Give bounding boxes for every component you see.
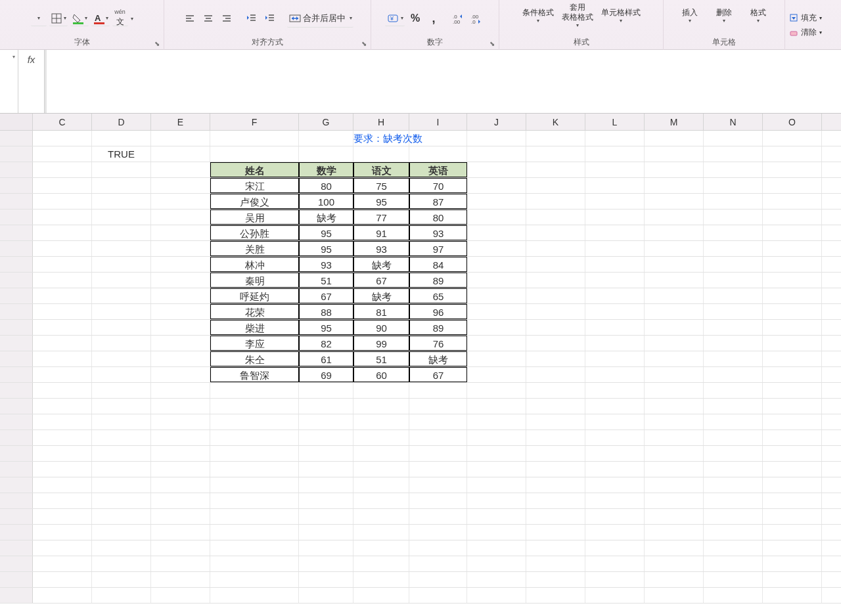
cell[interactable] xyxy=(409,131,467,146)
cell[interactable] xyxy=(467,304,526,319)
cell[interactable] xyxy=(645,572,704,587)
cell[interactable] xyxy=(33,178,92,193)
align-center-button[interactable] xyxy=(200,10,216,27)
cell[interactable]: 89 xyxy=(409,273,467,288)
cell[interactable] xyxy=(704,351,763,366)
cell[interactable] xyxy=(299,509,353,524)
cell[interactable] xyxy=(704,162,763,177)
cell[interactable] xyxy=(151,430,210,445)
col-header[interactable]: G xyxy=(299,114,353,130)
cell[interactable] xyxy=(92,351,151,366)
cell[interactable] xyxy=(763,351,822,366)
cell-styles-button[interactable]: 单元格样式▾ xyxy=(599,0,643,32)
cell[interactable] xyxy=(409,509,467,524)
cell[interactable] xyxy=(645,367,704,382)
cell[interactable] xyxy=(467,336,526,351)
cell[interactable] xyxy=(299,588,353,603)
cell[interactable] xyxy=(585,131,645,146)
cell[interactable]: 语文 xyxy=(353,162,409,177)
cell[interactable] xyxy=(151,493,210,508)
cell[interactable] xyxy=(151,257,210,272)
row-header[interactable] xyxy=(0,225,33,240)
cell[interactable] xyxy=(763,131,822,146)
cell[interactable] xyxy=(151,446,210,461)
cell[interactable] xyxy=(526,273,585,288)
cell[interactable] xyxy=(353,446,409,461)
cell[interactable] xyxy=(585,477,645,493)
cell[interactable] xyxy=(763,556,822,571)
cell[interactable] xyxy=(409,399,467,414)
cell[interactable] xyxy=(585,320,645,335)
indent-increase-button[interactable] xyxy=(262,10,278,27)
cell[interactable] xyxy=(299,477,353,493)
cell[interactable]: 67 xyxy=(353,273,409,288)
cell[interactable] xyxy=(33,146,92,162)
cell[interactable] xyxy=(763,241,822,256)
cell[interactable]: 缺考 xyxy=(409,351,467,366)
cell[interactable] xyxy=(467,146,526,162)
cell[interactable] xyxy=(467,257,526,272)
cell[interactable] xyxy=(151,162,210,177)
cell[interactable] xyxy=(526,351,585,366)
cell[interactable] xyxy=(585,509,645,524)
cell[interactable] xyxy=(467,446,526,461)
cell[interactable] xyxy=(645,493,704,508)
dialog-launcher-icon[interactable]: ⬊ xyxy=(360,39,368,47)
cell[interactable] xyxy=(585,225,645,240)
cell[interactable]: 99 xyxy=(353,336,409,351)
row-header[interactable] xyxy=(0,194,33,209)
col-header[interactable]: L xyxy=(585,114,645,130)
col-header[interactable]: H xyxy=(353,114,409,130)
cell[interactable] xyxy=(353,462,409,477)
cell[interactable] xyxy=(763,430,822,445)
cell[interactable] xyxy=(92,162,151,177)
row-header[interactable] xyxy=(0,572,33,587)
cell[interactable] xyxy=(33,194,92,209)
cell[interactable] xyxy=(763,336,822,351)
cell[interactable] xyxy=(526,288,585,303)
col-header[interactable]: F xyxy=(210,114,299,130)
cell[interactable] xyxy=(299,446,353,461)
cell[interactable] xyxy=(585,430,645,445)
dialog-launcher-icon[interactable]: ⬊ xyxy=(488,39,496,47)
cell[interactable]: 要求：缺考次数 xyxy=(353,131,409,146)
cell[interactable] xyxy=(299,131,353,146)
cell[interactable] xyxy=(467,430,526,445)
cell[interactable] xyxy=(33,336,92,351)
merge-center-button[interactable]: 合并后居中 ▾ xyxy=(287,9,353,28)
cell[interactable] xyxy=(210,462,299,477)
cell[interactable] xyxy=(92,178,151,193)
cell[interactable] xyxy=(210,525,299,540)
row-header[interactable] xyxy=(0,399,33,414)
cell[interactable] xyxy=(704,320,763,335)
cell[interactable] xyxy=(210,131,299,146)
row-header[interactable] xyxy=(0,146,33,162)
cell[interactable] xyxy=(92,414,151,429)
cell[interactable] xyxy=(151,383,210,398)
cell[interactable] xyxy=(151,146,210,162)
cell[interactable] xyxy=(704,588,763,603)
cell[interactable] xyxy=(645,194,704,209)
cell[interactable] xyxy=(763,383,822,398)
cell[interactable] xyxy=(526,383,585,398)
cell[interactable] xyxy=(210,493,299,508)
cell[interactable] xyxy=(151,131,210,146)
cell[interactable] xyxy=(585,257,645,272)
cell[interactable]: TRUE xyxy=(92,146,151,162)
cell[interactable] xyxy=(763,194,822,209)
cell[interactable] xyxy=(467,414,526,429)
cell[interactable] xyxy=(409,414,467,429)
cell[interactable] xyxy=(763,273,822,288)
cell[interactable]: 82 xyxy=(299,336,353,351)
cell[interactable] xyxy=(92,194,151,209)
cell[interactable] xyxy=(585,273,645,288)
cell[interactable] xyxy=(33,257,92,272)
row-header[interactable] xyxy=(0,162,33,177)
cell[interactable] xyxy=(467,209,526,225)
cell[interactable] xyxy=(33,367,92,382)
cell[interactable] xyxy=(92,588,151,603)
dropdown-generic[interactable]: ▾ xyxy=(31,11,47,26)
cell[interactable] xyxy=(763,525,822,540)
cell[interactable] xyxy=(467,225,526,240)
cell[interactable] xyxy=(704,209,763,225)
